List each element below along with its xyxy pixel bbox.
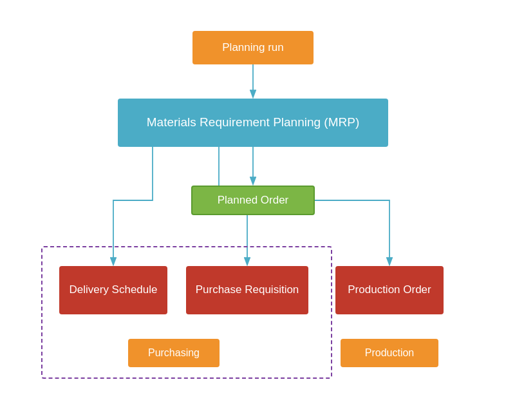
mrp-box: Materials Requirement Planning (MRP) <box>118 99 388 147</box>
purchasing-label: Purchasing <box>148 347 200 360</box>
purchase-requisition-label: Purchase Requisition <box>196 283 299 297</box>
production-label: Production <box>365 347 415 360</box>
planned-order-box: Planned Order <box>191 186 315 215</box>
production-order-box: Production Order <box>335 266 444 314</box>
planning-run-box: Planning run <box>192 31 314 64</box>
purchasing-label-box: Purchasing <box>128 339 220 367</box>
mrp-label: Materials Requirement Planning (MRP) <box>147 115 360 131</box>
delivery-schedule-box: Delivery Schedule <box>59 266 167 314</box>
purchase-requisition-box: Purchase Requisition <box>186 266 308 314</box>
production-label-box: Production <box>341 339 438 367</box>
production-order-label: Production Order <box>348 283 431 297</box>
diagram-container: Planning run Materials Requirement Plann… <box>0 0 506 420</box>
planning-run-label: Planning run <box>222 41 283 55</box>
delivery-schedule-label: Delivery Schedule <box>69 283 157 297</box>
planned-order-label: Planned Order <box>218 193 289 207</box>
